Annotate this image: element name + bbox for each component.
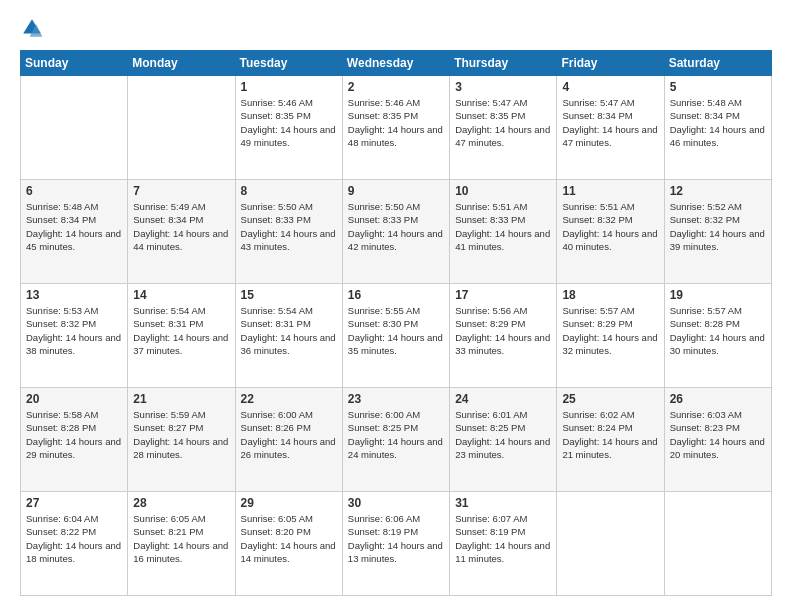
day-number: 6 — [26, 184, 122, 198]
day-number: 16 — [348, 288, 444, 302]
calendar-cell: 22Sunrise: 6:00 AM Sunset: 8:26 PM Dayli… — [235, 388, 342, 492]
day-info: Sunrise: 5:50 AM Sunset: 8:33 PM Dayligh… — [241, 200, 337, 253]
calendar-cell: 11Sunrise: 5:51 AM Sunset: 8:32 PM Dayli… — [557, 180, 664, 284]
day-info: Sunrise: 5:48 AM Sunset: 8:34 PM Dayligh… — [26, 200, 122, 253]
day-number: 22 — [241, 392, 337, 406]
day-info: Sunrise: 5:50 AM Sunset: 8:33 PM Dayligh… — [348, 200, 444, 253]
day-info: Sunrise: 5:49 AM Sunset: 8:34 PM Dayligh… — [133, 200, 229, 253]
day-header-thursday: Thursday — [450, 51, 557, 76]
calendar-cell: 6Sunrise: 5:48 AM Sunset: 8:34 PM Daylig… — [21, 180, 128, 284]
page: SundayMondayTuesdayWednesdayThursdayFrid… — [0, 0, 792, 612]
day-number: 9 — [348, 184, 444, 198]
calendar-body: 1Sunrise: 5:46 AM Sunset: 8:35 PM Daylig… — [21, 76, 772, 596]
calendar-cell — [557, 492, 664, 596]
calendar-cell: 24Sunrise: 6:01 AM Sunset: 8:25 PM Dayli… — [450, 388, 557, 492]
day-info: Sunrise: 5:53 AM Sunset: 8:32 PM Dayligh… — [26, 304, 122, 357]
day-header-monday: Monday — [128, 51, 235, 76]
calendar-cell: 14Sunrise: 5:54 AM Sunset: 8:31 PM Dayli… — [128, 284, 235, 388]
day-number: 20 — [26, 392, 122, 406]
day-number: 2 — [348, 80, 444, 94]
day-number: 4 — [562, 80, 658, 94]
day-info: Sunrise: 6:05 AM Sunset: 8:20 PM Dayligh… — [241, 512, 337, 565]
calendar-cell: 3Sunrise: 5:47 AM Sunset: 8:35 PM Daylig… — [450, 76, 557, 180]
calendar-week-3: 20Sunrise: 5:58 AM Sunset: 8:28 PM Dayli… — [21, 388, 772, 492]
day-header-sunday: Sunday — [21, 51, 128, 76]
day-number: 25 — [562, 392, 658, 406]
day-info: Sunrise: 5:54 AM Sunset: 8:31 PM Dayligh… — [241, 304, 337, 357]
day-info: Sunrise: 5:46 AM Sunset: 8:35 PM Dayligh… — [241, 96, 337, 149]
day-number: 14 — [133, 288, 229, 302]
day-number: 27 — [26, 496, 122, 510]
logo-icon — [20, 16, 44, 40]
day-info: Sunrise: 5:48 AM Sunset: 8:34 PM Dayligh… — [670, 96, 766, 149]
day-number: 8 — [241, 184, 337, 198]
day-number: 11 — [562, 184, 658, 198]
day-info: Sunrise: 6:05 AM Sunset: 8:21 PM Dayligh… — [133, 512, 229, 565]
day-info: Sunrise: 5:46 AM Sunset: 8:35 PM Dayligh… — [348, 96, 444, 149]
logo — [20, 16, 48, 40]
day-number: 19 — [670, 288, 766, 302]
calendar-cell: 29Sunrise: 6:05 AM Sunset: 8:20 PM Dayli… — [235, 492, 342, 596]
calendar-cell: 19Sunrise: 5:57 AM Sunset: 8:28 PM Dayli… — [664, 284, 771, 388]
day-number: 24 — [455, 392, 551, 406]
calendar-cell: 23Sunrise: 6:00 AM Sunset: 8:25 PM Dayli… — [342, 388, 449, 492]
calendar-cell: 16Sunrise: 5:55 AM Sunset: 8:30 PM Dayli… — [342, 284, 449, 388]
calendar-cell: 31Sunrise: 6:07 AM Sunset: 8:19 PM Dayli… — [450, 492, 557, 596]
day-number: 17 — [455, 288, 551, 302]
calendar-cell: 28Sunrise: 6:05 AM Sunset: 8:21 PM Dayli… — [128, 492, 235, 596]
day-info: Sunrise: 5:59 AM Sunset: 8:27 PM Dayligh… — [133, 408, 229, 461]
day-info: Sunrise: 5:58 AM Sunset: 8:28 PM Dayligh… — [26, 408, 122, 461]
calendar-table: SundayMondayTuesdayWednesdayThursdayFrid… — [20, 50, 772, 596]
calendar-cell: 20Sunrise: 5:58 AM Sunset: 8:28 PM Dayli… — [21, 388, 128, 492]
day-info: Sunrise: 5:57 AM Sunset: 8:28 PM Dayligh… — [670, 304, 766, 357]
calendar-cell — [128, 76, 235, 180]
calendar-cell: 18Sunrise: 5:57 AM Sunset: 8:29 PM Dayli… — [557, 284, 664, 388]
calendar-cell: 4Sunrise: 5:47 AM Sunset: 8:34 PM Daylig… — [557, 76, 664, 180]
day-number: 18 — [562, 288, 658, 302]
day-info: Sunrise: 6:00 AM Sunset: 8:25 PM Dayligh… — [348, 408, 444, 461]
day-info: Sunrise: 6:07 AM Sunset: 8:19 PM Dayligh… — [455, 512, 551, 565]
calendar-cell: 26Sunrise: 6:03 AM Sunset: 8:23 PM Dayli… — [664, 388, 771, 492]
day-number: 7 — [133, 184, 229, 198]
day-info: Sunrise: 6:06 AM Sunset: 8:19 PM Dayligh… — [348, 512, 444, 565]
day-info: Sunrise: 6:03 AM Sunset: 8:23 PM Dayligh… — [670, 408, 766, 461]
day-number: 12 — [670, 184, 766, 198]
day-info: Sunrise: 5:51 AM Sunset: 8:33 PM Dayligh… — [455, 200, 551, 253]
day-info: Sunrise: 5:55 AM Sunset: 8:30 PM Dayligh… — [348, 304, 444, 357]
calendar-header: SundayMondayTuesdayWednesdayThursdayFrid… — [21, 51, 772, 76]
day-header-saturday: Saturday — [664, 51, 771, 76]
day-info: Sunrise: 5:56 AM Sunset: 8:29 PM Dayligh… — [455, 304, 551, 357]
day-number: 5 — [670, 80, 766, 94]
day-info: Sunrise: 6:01 AM Sunset: 8:25 PM Dayligh… — [455, 408, 551, 461]
day-info: Sunrise: 6:04 AM Sunset: 8:22 PM Dayligh… — [26, 512, 122, 565]
calendar-cell: 5Sunrise: 5:48 AM Sunset: 8:34 PM Daylig… — [664, 76, 771, 180]
day-info: Sunrise: 5:47 AM Sunset: 8:35 PM Dayligh… — [455, 96, 551, 149]
calendar-cell — [21, 76, 128, 180]
calendar-week-4: 27Sunrise: 6:04 AM Sunset: 8:22 PM Dayli… — [21, 492, 772, 596]
calendar-cell: 7Sunrise: 5:49 AM Sunset: 8:34 PM Daylig… — [128, 180, 235, 284]
day-number: 15 — [241, 288, 337, 302]
day-number: 3 — [455, 80, 551, 94]
calendar-cell: 17Sunrise: 5:56 AM Sunset: 8:29 PM Dayli… — [450, 284, 557, 388]
calendar-cell: 21Sunrise: 5:59 AM Sunset: 8:27 PM Dayli… — [128, 388, 235, 492]
day-number: 10 — [455, 184, 551, 198]
day-info: Sunrise: 5:47 AM Sunset: 8:34 PM Dayligh… — [562, 96, 658, 149]
day-info: Sunrise: 5:51 AM Sunset: 8:32 PM Dayligh… — [562, 200, 658, 253]
calendar-cell — [664, 492, 771, 596]
header — [20, 16, 772, 40]
day-number: 13 — [26, 288, 122, 302]
calendar-cell: 27Sunrise: 6:04 AM Sunset: 8:22 PM Dayli… — [21, 492, 128, 596]
calendar-cell: 9Sunrise: 5:50 AM Sunset: 8:33 PM Daylig… — [342, 180, 449, 284]
day-number: 31 — [455, 496, 551, 510]
calendar-cell: 30Sunrise: 6:06 AM Sunset: 8:19 PM Dayli… — [342, 492, 449, 596]
calendar-cell: 8Sunrise: 5:50 AM Sunset: 8:33 PM Daylig… — [235, 180, 342, 284]
day-number: 21 — [133, 392, 229, 406]
calendar-week-0: 1Sunrise: 5:46 AM Sunset: 8:35 PM Daylig… — [21, 76, 772, 180]
calendar-cell: 25Sunrise: 6:02 AM Sunset: 8:24 PM Dayli… — [557, 388, 664, 492]
calendar-week-2: 13Sunrise: 5:53 AM Sunset: 8:32 PM Dayli… — [21, 284, 772, 388]
day-number: 23 — [348, 392, 444, 406]
calendar-cell: 13Sunrise: 5:53 AM Sunset: 8:32 PM Dayli… — [21, 284, 128, 388]
calendar-cell: 2Sunrise: 5:46 AM Sunset: 8:35 PM Daylig… — [342, 76, 449, 180]
day-header-friday: Friday — [557, 51, 664, 76]
day-info: Sunrise: 6:02 AM Sunset: 8:24 PM Dayligh… — [562, 408, 658, 461]
